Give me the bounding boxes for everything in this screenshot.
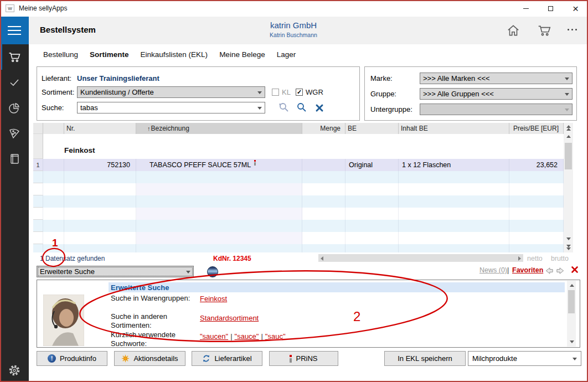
untergruppe-label: Untergruppe: [370, 105, 412, 113]
link-sauc[interactable]: "sauc" [265, 332, 286, 340]
page-title: Bestellsystem [40, 25, 96, 34]
table-scrollbar[interactable] [564, 123, 573, 252]
link-standardsortiment[interactable]: Standardsortiment [200, 314, 259, 322]
empty-row [33, 171, 564, 183]
favoriten-link[interactable]: Favoriten [512, 266, 543, 274]
app-window: W Meine sellyApps Bestellsystem katrin G… [0, 0, 588, 382]
advanced-search-icon[interactable] [278, 102, 290, 113]
minimize-button[interactable] [513, 0, 538, 17]
panel-scrollbar[interactable] [567, 281, 576, 347]
lieferant-value: Unser Trainingslieferant [77, 74, 159, 82]
ekl-target-select[interactable]: Milchprodukte [468, 351, 581, 366]
netto-toggle[interactable]: netto [527, 255, 543, 262]
horizontal-scrollbar[interactable] [318, 254, 523, 262]
sidebar-item-check[interactable] [0, 70, 29, 95]
scroll-down-icon[interactable] [566, 238, 571, 240]
scroll-bottom-icon[interactable] [566, 247, 571, 250]
col-be[interactable]: BE [345, 123, 399, 134]
brutto-toggle[interactable]: brutto [551, 255, 569, 262]
settings-button[interactable] [0, 362, 29, 379]
arrow-left-icon[interactable] [545, 267, 554, 275]
tab-lager[interactable]: Lager [277, 50, 296, 59]
empty-row [33, 244, 564, 252]
prins-i-icon [290, 355, 292, 363]
scroll-up-icon[interactable] [566, 135, 571, 138]
maximize-icon [548, 6, 553, 11]
cell-menge [302, 159, 345, 171]
arrow-right-icon[interactable] [556, 267, 565, 275]
close-panel-icon[interactable] [570, 265, 579, 274]
pizza-slice-icon [8, 127, 21, 140]
window-title: Meine sellyApps [19, 4, 67, 12]
kl-checkbox[interactable] [272, 89, 279, 96]
search-filter-panel: Lieferant: Unser Trainingslieferant Sort… [37, 66, 360, 121]
scroll-top-icon[interactable] [566, 128, 571, 131]
sortiment-value: Kundenlistung / Offerte [80, 88, 154, 96]
tab-meine-belege[interactable]: Meine Belege [219, 50, 265, 59]
brand-filter-panel: Marke: >>> Alle Marken <<< Gruppe: >>> A… [364, 66, 577, 121]
app-header: Bestellsystem katrin GmbH Katrin Buschma… [29, 17, 588, 44]
scroll-right-icon[interactable] [518, 256, 521, 261]
extended-search-value: Erweiterte Suche [40, 267, 95, 276]
scroll-up-icon[interactable] [570, 284, 574, 287]
search-value: tabas [80, 104, 98, 112]
search-input[interactable]: tabas [77, 102, 265, 113]
link-saucen[interactable]: "saucen" [200, 332, 228, 340]
scroll-down-icon[interactable] [570, 340, 574, 343]
wgr-checkbox[interactable] [296, 89, 303, 96]
kl-label: KL [282, 88, 291, 96]
sidebar-item-catalog[interactable] [0, 146, 29, 172]
empty-row [33, 220, 564, 232]
sidebar-item-products[interactable] [0, 121, 29, 146]
close-button[interactable] [563, 0, 588, 17]
cell-inhalt-be: 1 x 12 Flaschen [399, 159, 509, 171]
lieferartikel-button[interactable]: Lieferartikel [192, 351, 262, 366]
gruppe-select[interactable]: >>> Alle Gruppen <<< [420, 88, 572, 100]
link-feinkost[interactable]: Feinkost [200, 295, 227, 303]
cart-icon[interactable] [537, 23, 551, 38]
search-icon[interactable] [296, 102, 307, 113]
chevron-down-icon [257, 91, 262, 94]
sidebar-item-bestellsystem[interactable] [0, 44, 29, 70]
chevron-down-icon [257, 107, 262, 110]
gruppe-label: Gruppe: [370, 90, 396, 98]
scroll-left-icon[interactable] [321, 256, 323, 261]
tab-einkaufslisten[interactable]: Einkaufslisten (EKL) [141, 50, 208, 59]
prins-button[interactable]: PRiNS [269, 351, 338, 366]
aktionsdetails-button[interactable]: Aktionsdetails [114, 351, 185, 366]
in-ekl-speichern-button[interactable]: In EKL speichern [384, 351, 466, 366]
col-preis[interactable]: Preis/BE [EUR] [509, 123, 564, 134]
produktinfo-button[interactable]: Produktinfo [37, 351, 107, 366]
empty-row [33, 195, 564, 208]
sortiment-select[interactable]: Kundenlistung / Offerte [77, 86, 265, 98]
scrollbar-thumb[interactable] [568, 290, 575, 313]
scrollbar-thumb[interactable] [565, 143, 572, 169]
sun-icon [121, 354, 130, 363]
news-link[interactable]: News (0) [479, 266, 507, 274]
home-icon[interactable] [506, 23, 520, 38]
cart-icon [8, 50, 21, 64]
row-number: 1 [33, 159, 43, 171]
marke-select[interactable]: >>> Alle Marken <<< [420, 73, 572, 84]
group-row: Feinkost [33, 134, 564, 159]
link-sauce[interactable]: "sauce" [235, 332, 259, 340]
col-menge[interactable]: Menge [302, 123, 345, 134]
globe-icon[interactable] [207, 266, 218, 277]
clear-search-icon[interactable] [314, 102, 325, 113]
col-bezeichnung[interactable]: Bezeichnung [136, 123, 302, 134]
extended-search-select[interactable]: Erweiterte Suche [37, 266, 194, 277]
tab-bestellung[interactable]: Bestellung [43, 50, 78, 59]
company-user: Katrin Buschmann [216, 32, 371, 38]
hamburger-menu-icon[interactable] [0, 17, 29, 44]
maximize-button[interactable] [538, 0, 563, 17]
sidebar [0, 17, 29, 382]
status-records-found: 1 Datensatz gefunden [40, 255, 105, 262]
warengruppen-label: Suche in Warengruppen: [111, 294, 199, 303]
col-nr[interactable]: Nr. [64, 123, 136, 134]
col-inhalt-be[interactable]: Inhalt BE [399, 123, 509, 134]
table-row[interactable]: 1 752130 TABASCO PFEFF SAUCE 57ML Origin… [33, 159, 564, 171]
suchworte-label: Kürzlich verwendete Suchworte: [111, 331, 199, 348]
sidebar-item-statistics[interactable] [0, 95, 29, 121]
tab-sortimente[interactable]: Sortimente [90, 50, 129, 59]
more-menu-icon[interactable] [568, 29, 577, 30]
